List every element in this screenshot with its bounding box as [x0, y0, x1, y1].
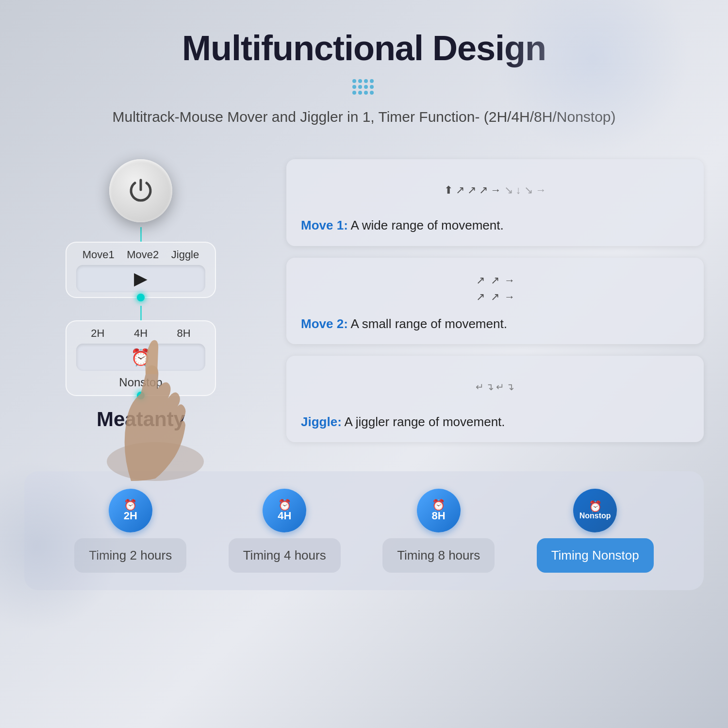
hand-illustration — [83, 277, 228, 471]
feature-card-move1: ⬆︎ ↗ ↗︎ ↗ → ↘ ↓ ↘ → Move 1: A wide range… — [286, 159, 704, 246]
main-container: Multifunctional Design Multitrack-Mouse … — [0, 0, 728, 728]
svg-point-5 — [358, 85, 362, 89]
connector-top — [140, 227, 142, 242]
timing-badge-label-nonstop: Nonstop — [579, 512, 611, 520]
timing-badge-label-2h: 2H — [124, 511, 137, 521]
feature-label-move2: Move 2: — [301, 316, 348, 331]
move1-visual: ⬆︎ ↗ ↗︎ ↗ → ↘ ↓ ↘ → — [301, 171, 689, 210]
mode-label-move2: Move2 — [127, 248, 159, 261]
feature-text-move1: A wide range of movement. — [351, 218, 504, 232]
timing-badge-8h: ⏰ 8H — [417, 489, 461, 532]
timing-card-nonstop: ⏰ Nonstop Timing Nonstop — [537, 489, 654, 573]
cursor-3: ↗︎ — [467, 184, 476, 197]
power-button-wrap — [109, 159, 172, 222]
clock-icon-2h: ⏰ — [124, 500, 137, 511]
timing-badge-label-4h: 4H — [278, 511, 291, 521]
feature-desc-move2: Move 2: A small range of movement. — [301, 315, 689, 332]
timing-pill-nonstop: Timing Nonstop — [537, 538, 654, 573]
timing-pill-8h: Timing 8 hours — [382, 538, 495, 573]
feature-desc-jiggle: Jiggle: A jiggler range of movement. — [301, 413, 689, 430]
jiggle-visual: ↵ ↴ ↵ ↴ — [301, 367, 689, 406]
bg-decoration-1 — [495, 0, 689, 155]
cursor-m2-2: ↗ — [491, 274, 499, 287]
feature-desc-move1: Move 1: A wide range of movement. — [301, 216, 689, 234]
clock-icon-4h: ⏰ — [278, 500, 291, 511]
svg-point-0 — [352, 79, 356, 83]
cursor-2: ↗ — [456, 184, 464, 197]
timing-text-8h: Timing 8 hours — [397, 548, 480, 563]
feature-card-jiggle: ↵ ↴ ↵ ↴ Jiggle: A jiggler range of movem… — [286, 356, 704, 442]
jiggle-cursor-2: ↴ — [486, 381, 494, 393]
mode-labels: Move1 Move2 Jiggle — [76, 248, 205, 261]
move2-cursors: ↗ ↗ → ↗ ↗ → — [475, 274, 515, 303]
mode-label-jiggle: Jiggle — [171, 248, 199, 261]
feature-card-move2: ↗ ↗ → ↗ ↗ → Move 2: A small range of mov… — [286, 258, 704, 344]
clock-icon-nonstop: ⏰ — [589, 501, 602, 512]
timing-section: ⏰ 2H Timing 2 hours ⏰ 4H Timing 4 hours … — [24, 471, 704, 590]
cursor-6: ↘ — [504, 184, 513, 197]
feature-label-jiggle: Jiggle: — [301, 414, 342, 429]
cursor-9: → — [536, 184, 546, 197]
content-area: Move1 Move2 Jiggle ▶ 2H 4H 8H — [24, 159, 704, 442]
features-section: ⬆︎ ↗ ↗︎ ↗ → ↘ ↓ ↘ → Move 1: A wide range… — [286, 159, 704, 442]
svg-point-2 — [364, 79, 368, 83]
timing-badge-nonstop: ⏰ Nonstop — [573, 489, 617, 532]
svg-point-10 — [364, 91, 368, 95]
cursor-m2-1: ↗ — [476, 274, 485, 287]
cursor-5: → — [491, 184, 501, 197]
jiggle-cursor-1: ↵ — [476, 381, 484, 393]
feature-text-move2: A small range of movement. — [351, 316, 507, 331]
timing-pill-4h: Timing 4 hours — [229, 538, 341, 573]
timing-badge-label-8h: 8H — [432, 511, 446, 521]
cursor-7: ↓ — [516, 184, 521, 197]
svg-point-1 — [358, 79, 362, 83]
mode-label-move1: Move1 — [83, 248, 115, 261]
device-section: Move1 Move2 Jiggle ▶ 2H 4H 8H — [24, 159, 257, 442]
cursor-m2-3: → — [504, 274, 515, 287]
svg-point-7 — [370, 85, 374, 89]
timing-card-4h: ⏰ 4H Timing 4 hours — [229, 489, 341, 573]
cursor-m2-4: ↗ — [476, 291, 485, 303]
svg-point-6 — [364, 85, 368, 89]
svg-point-11 — [370, 91, 374, 95]
svg-point-4 — [352, 85, 356, 89]
jiggle-cursors: ↵ ↴ ↵ ↴ — [476, 381, 514, 393]
svg-point-9 — [358, 91, 362, 95]
jiggle-cursor-4: ↴ — [506, 381, 514, 393]
cursor-4: ↗ — [479, 184, 488, 197]
timing-text-4h: Timing 4 hours — [243, 548, 326, 563]
feature-label-move1: Move 1: — [301, 218, 348, 232]
svg-point-3 — [370, 79, 374, 83]
clock-icon-8h: ⏰ — [432, 500, 445, 511]
timing-badge-4h: ⏰ 4H — [263, 489, 306, 532]
power-button[interactable] — [109, 159, 172, 222]
timing-text-nonstop: Timing Nonstop — [551, 548, 639, 563]
cursor-1: ⬆︎ — [444, 184, 453, 197]
svg-point-8 — [352, 91, 356, 95]
feature-text-jiggle: A jiggler range of movement. — [345, 414, 505, 429]
move2-visual: ↗ ↗ → ↗ ↗ → — [301, 269, 689, 308]
move1-cursors: ⬆︎ ↗ ↗︎ ↗ → ↘ ↓ ↘ → — [444, 184, 546, 197]
timing-card-8h: ⏰ 8H Timing 8 hours — [382, 489, 495, 573]
cursor-8: ↘ — [524, 184, 533, 197]
jiggle-cursor-3: ↵ — [496, 381, 504, 393]
cursor-m2-5: ↗ — [491, 291, 499, 303]
power-icon — [126, 176, 155, 205]
cursor-m2-6: → — [504, 291, 515, 303]
